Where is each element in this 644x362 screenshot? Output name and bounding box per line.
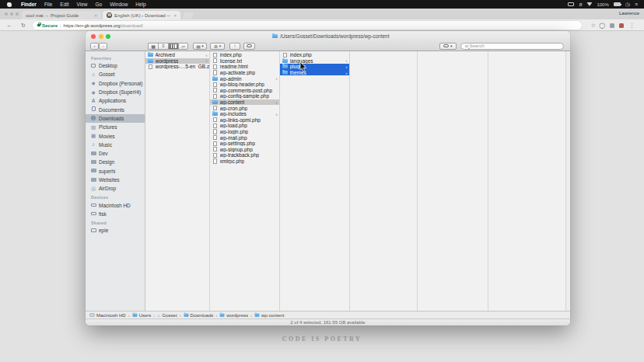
sidebar-item-desktop[interactable]: Desktop: [86, 61, 145, 70]
browser-menu-icon[interactable]: ⋮: [629, 22, 635, 29]
path-segment-users[interactable]: Users: [132, 313, 152, 318]
url-field[interactable]: Secure | https://en-gb.wordpress.org /do…: [33, 21, 582, 30]
file-row-wordpress-5-en-gb-zip[interactable]: wordpress-…5-en_GB.zip: [145, 64, 209, 70]
file-row-wp-includes[interactable]: wp-includes›: [210, 111, 279, 117]
menu-item-finder[interactable]: Finder: [17, 2, 40, 7]
close-button[interactable]: [91, 34, 96, 39]
sidebar-item-superhi[interactable]: superhi: [86, 167, 145, 176]
sidebar-item-pictures[interactable]: ▨Pictures: [86, 123, 145, 131]
sidebar-item-dropbox-personal-[interactable]: ◆Dropbox (Personal): [86, 79, 145, 88]
file-row-wp-comments-post-php[interactable]: wp-comments-post.php: [210, 88, 279, 94]
sidebar-item-dev[interactable]: Dev: [86, 149, 145, 158]
sidebar-item-dropbox-superhi-[interactable]: ◆Dropbox (SuperHi): [86, 88, 145, 96]
sidebar-item-fisk[interactable]: fisk: [86, 210, 145, 218]
file-row-readme-html[interactable]: readme.html: [210, 64, 279, 70]
vertical-scrollbar[interactable]: [565, 51, 570, 311]
file-row-xmlrpc-php[interactable]: xmlrpc.php: [210, 158, 279, 165]
wifi-icon[interactable]: [586, 2, 592, 6]
file-row-wp-content[interactable]: wp-content›: [210, 99, 279, 106]
file-row-wp-cron-php[interactable]: wp-cron.php: [210, 105, 279, 111]
battery-icon[interactable]: [614, 2, 621, 6]
bluetooth-icon[interactable]: B: [579, 2, 582, 7]
coverflow-view-button[interactable]: ▱: [178, 43, 188, 50]
finder-column-3[interactable]: index.phplanguages›plugins›themes›: [280, 51, 350, 311]
file-row-index-php[interactable]: index.php: [280, 52, 349, 58]
sidebar-item-gosset[interactable]: ⌂Gosset: [86, 70, 145, 78]
sidebar-item-music[interactable]: ♪Music: [86, 141, 145, 149]
path-segment-downloads[interactable]: Downloads: [184, 313, 214, 318]
window-zoom-button[interactable]: [16, 12, 19, 16]
file-row-wp-settings-php[interactable]: wp-settings.php: [210, 141, 279, 147]
file-row-wordpress[interactable]: wordpress›: [145, 58, 209, 64]
sidebar-item-movies[interactable]: ▦Movies: [86, 131, 145, 140]
finder-titlebar[interactable]: /Users/Gosset/Downloads/wordpress/wp-con…: [86, 31, 570, 51]
browser-tab-1[interactable]: cool mat → Project Guide ×: [22, 11, 101, 19]
browser-tab-2-active[interactable]: W English (UK) ‹ Download — ×: [103, 11, 180, 19]
sidebar-item-macintosh-hd[interactable]: Macintosh HD: [86, 200, 145, 209]
display-icon[interactable]: [568, 2, 574, 6]
menu-item-help[interactable]: Help: [131, 2, 149, 7]
file-row-themes[interactable]: themes›: [280, 70, 349, 76]
list-view-button[interactable]: ≡: [158, 43, 168, 50]
file-row-wp-load-php[interactable]: wp-load.php: [210, 123, 279, 129]
new-tab-button[interactable]: [183, 12, 194, 19]
back-button[interactable]: ‹: [90, 43, 99, 50]
forward-button[interactable]: ›: [99, 43, 107, 50]
sidebar-item-applications[interactable]: AApplications: [86, 96, 145, 105]
apple-icon[interactable]: [7, 2, 12, 7]
sidebar-item-downloads[interactable]: ↓Downloads: [86, 114, 145, 123]
menu-item-window[interactable]: Window: [106, 2, 131, 7]
finder-column-5[interactable]: [418, 51, 488, 311]
zoom-button[interactable]: [106, 34, 110, 39]
window-close-button[interactable]: [5, 12, 8, 16]
file-row-plugins[interactable]: plugins›: [280, 64, 349, 70]
arrange-button[interactable]: ▤▾: [193, 43, 207, 50]
file-row-wp-admin[interactable]: wp-admin›: [210, 75, 279, 82]
sidebar-item-eple[interactable]: eple: [86, 226, 145, 235]
path-bar[interactable]: Macintosh HD›Users›⌂Gosset›Downloads›wor…: [86, 311, 570, 318]
clock-icon[interactable]: ◷: [625, 2, 630, 7]
extension-icon-2[interactable]: [619, 23, 624, 28]
file-row-wp-blog-header-php[interactable]: wp-blog-header.php: [210, 82, 279, 88]
file-row-wp-links-opml-php[interactable]: wp-links-opml.php: [210, 117, 279, 124]
menu-item-view[interactable]: View: [73, 2, 92, 7]
tag-dropdown-button[interactable]: ▾: [439, 43, 457, 50]
extension-icon[interactable]: [610, 23, 614, 28]
finder-column-2[interactable]: index.phplicense.txtreadme.htmlwp-activa…: [210, 51, 280, 311]
info-circle-icon[interactable]: ◯: [599, 22, 605, 29]
tab-close-icon[interactable]: ×: [91, 13, 97, 18]
back-icon[interactable]: ←: [6, 22, 12, 29]
file-row-license-txt[interactable]: license.txt: [210, 58, 279, 64]
search-input[interactable]: Search: [460, 43, 564, 50]
bookmark-star-icon[interactable]: ☆: [591, 22, 596, 29]
sidebar-item-documents[interactable]: Documents: [86, 105, 145, 113]
file-row-wp-trackback-php[interactable]: wp-trackback.php: [210, 152, 279, 158]
sidebar-item-websites[interactable]: Websites: [86, 176, 145, 184]
share-button[interactable]: ↑: [229, 43, 240, 50]
sidebar-item-airdrop[interactable]: ◎AirDrop: [86, 184, 145, 193]
action-gear-button[interactable]: ⚙▾: [210, 43, 225, 50]
finder-column-6[interactable]: [488, 51, 565, 311]
window-minimize-button[interactable]: [10, 12, 13, 16]
icon-view-button[interactable]: ▦: [148, 43, 158, 50]
path-segment-macintosh-hd[interactable]: Macintosh HD: [89, 313, 126, 318]
tab-close-icon[interactable]: ×: [170, 13, 177, 18]
reload-icon[interactable]: ↻: [21, 22, 26, 29]
menu-item-go[interactable]: Go: [92, 2, 107, 7]
column-view-button[interactable]: [168, 43, 178, 50]
file-row-wp-config-sample-php[interactable]: wp-config-sample.php: [210, 93, 279, 99]
file-row-wp-signup-php[interactable]: wp-signup.php: [210, 147, 279, 153]
file-row-languages[interactable]: languages›: [280, 58, 349, 64]
path-segment-wp-content[interactable]: wp-content: [254, 313, 284, 318]
menu-item-file[interactable]: File: [40, 2, 56, 7]
browser-profile-name[interactable]: Lawrence: [619, 11, 639, 16]
sidebar-item-design[interactable]: Design: [86, 158, 145, 166]
path-segment-gosset[interactable]: ⌂Gosset: [157, 312, 177, 318]
file-row-wp-mail-php[interactable]: wp-mail.php: [210, 134, 279, 141]
finder-column-4[interactable]: [350, 51, 418, 311]
file-row-index-php[interactable]: index.php: [210, 52, 279, 58]
notification-center-icon[interactable]: ≡: [635, 2, 638, 7]
finder-column-1[interactable]: Archived›wordpress›wordpress-…5-en_GB.zi…: [145, 51, 210, 311]
tags-button[interactable]: [243, 43, 255, 50]
minimize-button[interactable]: [99, 34, 103, 39]
